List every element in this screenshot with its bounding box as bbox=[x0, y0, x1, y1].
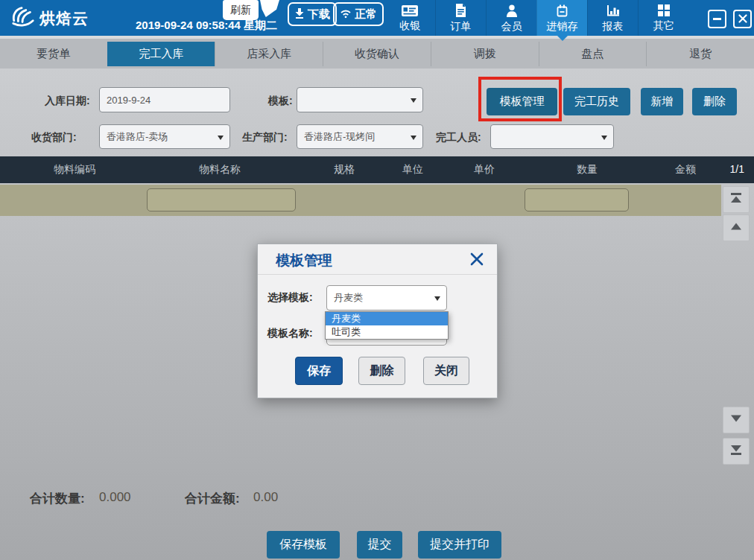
tab-store-purchase-inbound[interactable]: 店采入库 bbox=[215, 42, 323, 66]
receive-dept-value: 香港路店-卖场 bbox=[107, 130, 168, 144]
nav-item-inventory[interactable]: 进销存 bbox=[536, 0, 587, 36]
download-arrow-icon bbox=[294, 8, 305, 21]
submit-and-print-button[interactable]: 提交并打印 bbox=[418, 531, 501, 559]
template-choose-select[interactable]: 丹麦类 bbox=[326, 285, 447, 311]
scroll-to-top-button[interactable] bbox=[723, 186, 750, 213]
download-label: 下载 bbox=[308, 7, 330, 22]
chevron-down-icon bbox=[411, 136, 416, 140]
select-template-label: 选择模板: bbox=[267, 291, 313, 305]
dropdown-option-danish[interactable]: 丹麦类 bbox=[326, 312, 448, 325]
main-nav: 收银 订单 bbox=[384, 0, 688, 36]
nav-item-other[interactable]: 其它 bbox=[638, 0, 688, 36]
scroll-bottom-icon bbox=[729, 443, 743, 459]
table-header: 物料编码 物料名称 规格 单位 单价 数量 金额 1/1 bbox=[0, 156, 754, 183]
dialog-delete-button[interactable]: 删除 bbox=[358, 357, 405, 385]
save-template-button[interactable]: 保存模板 bbox=[267, 531, 340, 559]
dialog-close-button[interactable] bbox=[469, 252, 484, 267]
refresh-button[interactable]: 刷新 bbox=[223, 0, 259, 20]
tab-returns[interactable]: 退货 bbox=[646, 42, 754, 66]
col-unit: 单位 bbox=[402, 163, 423, 176]
receive-dept-select[interactable]: 香港路店-卖场 bbox=[99, 124, 230, 149]
nav-label: 报表 bbox=[603, 21, 624, 32]
logo-wave-icon bbox=[10, 6, 36, 31]
dialog-close-action-button[interactable]: 关闭 bbox=[423, 357, 469, 385]
total-qty-label: 合计数量: bbox=[30, 490, 85, 507]
total-amount-value: 0.00 bbox=[253, 490, 278, 505]
nav-item-reports[interactable]: 报表 bbox=[587, 0, 638, 36]
tab-transfer[interactable]: 调拨 bbox=[431, 42, 539, 66]
inbound-date-input[interactable] bbox=[99, 87, 230, 112]
dialog-header: 模板管理 bbox=[258, 244, 497, 275]
add-button[interactable]: 新增 bbox=[641, 88, 683, 115]
datetime-display: 2019-09-24 09:58:44 星期二 bbox=[136, 19, 277, 33]
col-material-code: 物料编码 bbox=[54, 163, 95, 176]
network-status-label: 正常 bbox=[355, 7, 377, 22]
finish-history-button[interactable]: 完工历史 bbox=[563, 88, 630, 115]
nav-item-orders[interactable]: 订单 bbox=[435, 0, 486, 36]
tab-request-order[interactable]: 要货单 bbox=[0, 42, 107, 66]
network-status-button[interactable]: 正常 bbox=[333, 2, 384, 26]
template-choose-value: 丹麦类 bbox=[334, 291, 363, 305]
tab-receive-confirm[interactable]: 收货确认 bbox=[323, 42, 431, 66]
col-unit-price: 单价 bbox=[474, 163, 495, 176]
scroll-down-icon bbox=[729, 412, 743, 428]
app-logo: 烘焙云 bbox=[10, 6, 89, 31]
nav-label: 会员 bbox=[501, 21, 522, 32]
template-label: 模板: bbox=[268, 95, 293, 108]
other-grid-icon bbox=[658, 4, 670, 19]
close-window-button[interactable] bbox=[733, 10, 752, 28]
cashier-card-icon bbox=[402, 5, 418, 19]
produce-dept-value: 香港路店-现烤间 bbox=[304, 130, 375, 144]
total-amount-label: 合计金额: bbox=[185, 490, 240, 507]
order-doc-icon bbox=[455, 4, 466, 19]
dialog-save-button[interactable]: 保存 bbox=[295, 357, 343, 385]
entry-row bbox=[0, 185, 721, 216]
app-title: 烘焙云 bbox=[39, 8, 89, 29]
inbound-date-label: 入库日期: bbox=[45, 95, 90, 108]
minimize-button[interactable] bbox=[708, 10, 726, 28]
chevron-down-icon bbox=[601, 136, 607, 140]
produce-dept-select[interactable]: 香港路店-现烤间 bbox=[297, 124, 423, 149]
col-quantity: 数量 bbox=[577, 163, 598, 176]
top-bar: 烘焙云 刷新 2019-09-24 09:58:44 星期二 下载 bbox=[0, 0, 754, 36]
produce-dept-label: 生产部门: bbox=[242, 131, 288, 144]
minimize-icon bbox=[713, 18, 721, 20]
tab-finish-inbound[interactable]: 完工入库 bbox=[107, 42, 215, 66]
tab-stocktake[interactable]: 盘点 bbox=[539, 42, 647, 66]
dropdown-option-toast[interactable]: 吐司类 bbox=[326, 325, 448, 339]
app-window: 烘焙云 刷新 2019-09-24 09:58:44 星期二 下载 bbox=[0, 0, 754, 560]
close-window-icon bbox=[738, 13, 747, 26]
chevron-down-icon bbox=[411, 98, 416, 103]
report-chart-icon bbox=[606, 4, 620, 19]
col-amount: 金额 bbox=[675, 163, 696, 176]
refresh-tooltip-tail bbox=[260, 0, 279, 17]
inventory-clipboard-icon bbox=[556, 4, 568, 19]
nav-item-members[interactable]: 会员 bbox=[486, 0, 536, 36]
col-material-name: 物料名称 bbox=[199, 163, 241, 176]
nav-label: 其它 bbox=[653, 20, 674, 31]
worker-label: 完工人员: bbox=[436, 131, 481, 144]
total-qty-value: 0.000 bbox=[99, 490, 131, 505]
wifi-icon bbox=[340, 8, 352, 21]
submit-button[interactable]: 提交 bbox=[357, 531, 402, 559]
scroll-down-button[interactable] bbox=[723, 407, 750, 433]
template-manage-dialog: 模板管理 选择模板: 丹麦类 模板名称: 丹麦类 吐司类 保存 删除 关闭 bbox=[257, 244, 498, 398]
scroll-top-icon bbox=[729, 191, 743, 208]
scroll-up-button[interactable] bbox=[723, 214, 750, 241]
template-manage-button[interactable]: 模板管理 bbox=[487, 88, 557, 115]
chevron-down-icon bbox=[434, 296, 440, 301]
receive-dept-label: 收货部门: bbox=[31, 131, 77, 144]
template-select[interactable] bbox=[297, 87, 423, 112]
page-indicator: 1/1 bbox=[730, 163, 744, 175]
nav-item-cashier[interactable]: 收银 bbox=[384, 0, 435, 36]
nav-label: 收银 bbox=[399, 20, 420, 31]
worker-select[interactable] bbox=[490, 124, 614, 149]
quantity-entry-input[interactable] bbox=[525, 188, 629, 211]
download-button[interactable]: 下载 bbox=[288, 2, 337, 26]
delete-button[interactable]: 删除 bbox=[692, 88, 737, 115]
scroll-to-bottom-button[interactable] bbox=[723, 438, 750, 465]
module-tab-bar: 要货单 完工入库 店采入库 收货确认 调拨 盘点 退货 bbox=[0, 36, 754, 69]
member-person-icon bbox=[505, 4, 519, 19]
material-name-entry-input[interactable] bbox=[147, 188, 296, 211]
chevron-down-icon bbox=[218, 136, 224, 140]
